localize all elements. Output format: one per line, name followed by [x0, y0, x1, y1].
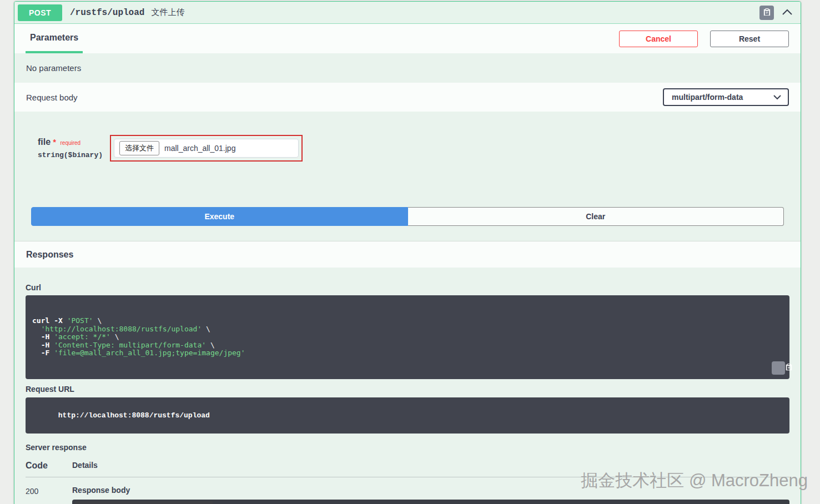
request-body-section-header: Request body multipart/form-data [14, 83, 801, 112]
clipboard-icon [763, 8, 771, 18]
cancel-button[interactable]: Cancel [619, 31, 698, 47]
code-column-header: Code [26, 461, 72, 471]
reset-button[interactable]: Reset [710, 31, 789, 47]
field-type: string($binary) [38, 151, 110, 159]
field-name: file [38, 137, 51, 147]
request-url-label: Request URL [26, 385, 789, 394]
details-column-header: Details [72, 461, 98, 471]
no-parameters-text: No parameters [26, 63, 81, 73]
copy-path-button[interactable] [759, 6, 774, 20]
request-url-value: http://localhost:8088/rustfs/upload [58, 411, 210, 420]
endpoint-panel: POST /rustfs/upload 文件上传 Parameters Canc… [14, 1, 801, 504]
selected-file-name: mall_arch_all_01.jpg [164, 144, 235, 153]
curl-command: curl -X 'POST' \ 'http://localhost:8088/… [26, 295, 789, 379]
media-type-value: multipart/form-data [672, 93, 743, 102]
collapse-button[interactable] [782, 8, 793, 17]
execute-button[interactable]: Execute [31, 207, 408, 226]
request-body-label: Request body [26, 93, 78, 102]
annotation-highlight-box: 选择文件 mall_arch_all_01.jpg [110, 135, 303, 162]
response-body-label: Response body [72, 486, 789, 495]
method-badge: POST [18, 4, 62, 21]
required-label: required [60, 140, 81, 146]
responses-section: Curl curl -X 'POST' \ 'http://localhost:… [14, 268, 801, 504]
clipboard-icon [764, 355, 792, 381]
curl-label: Curl [26, 283, 789, 292]
divider [26, 477, 789, 477]
copy-curl-button[interactable] [772, 361, 785, 375]
clear-button[interactable]: Clear [408, 207, 784, 226]
responses-title: Responses [26, 250, 73, 260]
parameters-section-header: Parameters Cancel Reset [14, 24, 801, 53]
chevron-down-icon [773, 93, 781, 102]
file-input[interactable]: 选择文件 mall_arch_all_01.jpg [114, 139, 299, 158]
chevron-up-icon [782, 8, 793, 17]
parameters-tab: Parameters [26, 24, 83, 53]
browser-status-bar [75, 501, 213, 504]
server-response-label: Server response [26, 443, 789, 452]
endpoint-path: /rustfs/upload [70, 8, 144, 18]
media-type-select[interactable]: multipart/form-data [663, 88, 789, 106]
endpoint-description: 文件上传 [151, 7, 184, 18]
request-body-editor: file * required string($binary) 选择文件 mal… [14, 112, 801, 206]
status-code: 200 [26, 486, 72, 504]
choose-file-button[interactable]: 选择文件 [119, 141, 159, 155]
endpoint-header[interactable]: POST /rustfs/upload 文件上传 [14, 2, 801, 24]
required-asterisk: * [53, 138, 56, 147]
